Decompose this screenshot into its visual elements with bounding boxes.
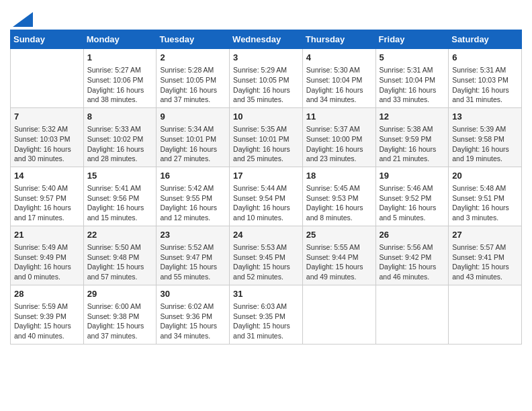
calendar-header-row: SundayMondayTuesdayWednesdayThursdayFrid… [11, 30, 522, 49]
day-number: 19 [380, 170, 445, 182]
day-number: 3 [233, 52, 299, 64]
day-info: Sunrise: 5:38 AMSunset: 9:59 PMDaylight:… [380, 124, 445, 164]
calendar-cell: 16Sunrise: 5:42 AMSunset: 9:55 PMDayligh… [157, 167, 230, 226]
day-number: 10 [233, 111, 299, 123]
day-info: Sunrise: 5:48 AMSunset: 9:51 PMDaylight:… [452, 183, 518, 223]
day-info: Sunrise: 5:59 AMSunset: 9:39 PMDaylight:… [14, 302, 80, 341]
calendar-cell: 3Sunrise: 5:29 AMSunset: 10:05 PMDayligh… [230, 49, 303, 108]
calendar-cell: 28Sunrise: 5:59 AMSunset: 9:39 PMDayligh… [11, 285, 84, 344]
calendar-cell: 24Sunrise: 5:53 AMSunset: 9:45 PMDayligh… [230, 226, 303, 285]
day-number: 24 [233, 229, 299, 241]
day-info: Sunrise: 5:53 AMSunset: 9:45 PMDaylight:… [233, 242, 299, 282]
calendar-cell: 22Sunrise: 5:50 AMSunset: 9:48 PMDayligh… [83, 226, 157, 285]
day-info: Sunrise: 6:02 AMSunset: 9:36 PMDaylight:… [160, 302, 226, 341]
day-info: Sunrise: 6:00 AMSunset: 9:38 PMDaylight:… [87, 302, 153, 341]
calendar-cell [375, 285, 449, 344]
day-info: Sunrise: 5:49 AMSunset: 9:49 PMDaylight:… [14, 242, 80, 282]
day-number: 31 [233, 288, 299, 300]
calendar-cell: 5Sunrise: 5:31 AMSunset: 10:04 PMDayligh… [375, 49, 449, 108]
day-number: 11 [306, 111, 372, 123]
day-info: Sunrise: 5:52 AMSunset: 9:47 PMDaylight:… [160, 242, 226, 282]
day-info: Sunrise: 5:55 AMSunset: 9:44 PMDaylight:… [306, 242, 372, 282]
calendar-cell [11, 49, 84, 108]
day-info: Sunrise: 5:29 AMSunset: 10:05 PMDaylight… [233, 65, 299, 105]
calendar-cell [302, 285, 375, 344]
logo-icon [13, 12, 33, 27]
day-number: 23 [160, 229, 226, 241]
calendar-cell: 4Sunrise: 5:30 AMSunset: 10:04 PMDayligh… [302, 49, 375, 108]
calendar-cell [449, 285, 522, 344]
day-info: Sunrise: 5:37 AMSunset: 10:00 PMDaylight… [306, 124, 372, 164]
day-info: Sunrise: 5:31 AMSunset: 10:04 PMDaylight… [380, 65, 445, 105]
day-number: 9 [160, 111, 226, 123]
calendar-week-row: 21Sunrise: 5:49 AMSunset: 9:49 PMDayligh… [11, 226, 522, 285]
day-info: Sunrise: 5:34 AMSunset: 10:01 PMDaylight… [160, 124, 226, 164]
calendar-cell: 23Sunrise: 5:52 AMSunset: 9:47 PMDayligh… [157, 226, 230, 285]
day-number: 22 [87, 229, 153, 241]
calendar-cell: 21Sunrise: 5:49 AMSunset: 9:49 PMDayligh… [11, 226, 84, 285]
header-cell-tuesday: Tuesday [157, 30, 230, 49]
calendar-cell: 2Sunrise: 5:28 AMSunset: 10:05 PMDayligh… [157, 49, 230, 108]
header-cell-friday: Friday [375, 30, 449, 49]
calendar-week-row: 28Sunrise: 5:59 AMSunset: 9:39 PMDayligh… [11, 285, 522, 344]
day-number: 5 [380, 52, 445, 64]
calendar-cell: 25Sunrise: 5:55 AMSunset: 9:44 PMDayligh… [302, 226, 375, 285]
day-number: 29 [87, 288, 153, 300]
day-info: Sunrise: 5:45 AMSunset: 9:53 PMDaylight:… [306, 183, 372, 223]
calendar-cell: 8Sunrise: 5:33 AMSunset: 10:02 PMDayligh… [83, 107, 157, 167]
day-number: 18 [306, 170, 372, 182]
calendar-cell: 9Sunrise: 5:34 AMSunset: 10:01 PMDayligh… [157, 107, 230, 167]
calendar-cell: 10Sunrise: 5:35 AMSunset: 10:01 PMDaylig… [230, 107, 303, 167]
calendar-cell: 11Sunrise: 5:37 AMSunset: 10:00 PMDaylig… [302, 107, 375, 167]
day-info: Sunrise: 6:03 AMSunset: 9:35 PMDaylight:… [233, 302, 299, 341]
header-cell-monday: Monday [83, 30, 157, 49]
day-number: 26 [380, 229, 445, 241]
day-info: Sunrise: 5:56 AMSunset: 9:42 PMDaylight:… [380, 242, 445, 282]
day-number: 15 [87, 170, 153, 182]
day-info: Sunrise: 5:35 AMSunset: 10:01 PMDaylight… [233, 124, 299, 164]
header-cell-wednesday: Wednesday [230, 30, 303, 49]
page-header [10, 7, 522, 27]
calendar-cell: 30Sunrise: 6:02 AMSunset: 9:36 PMDayligh… [157, 285, 230, 344]
day-number: 8 [87, 111, 153, 123]
calendar-cell: 13Sunrise: 5:39 AMSunset: 9:58 PMDayligh… [449, 107, 522, 167]
header-cell-sunday: Sunday [11, 30, 84, 49]
calendar-week-row: 7Sunrise: 5:32 AMSunset: 10:03 PMDayligh… [11, 107, 522, 167]
day-info: Sunrise: 5:28 AMSunset: 10:05 PMDaylight… [160, 65, 226, 105]
day-info: Sunrise: 5:40 AMSunset: 9:57 PMDaylight:… [14, 183, 80, 223]
day-number: 17 [233, 170, 299, 182]
calendar-cell: 20Sunrise: 5:48 AMSunset: 9:51 PMDayligh… [449, 167, 522, 226]
day-number: 13 [452, 111, 518, 123]
header-cell-thursday: Thursday [302, 30, 375, 49]
day-number: 4 [306, 52, 372, 64]
calendar-cell: 12Sunrise: 5:38 AMSunset: 9:59 PMDayligh… [375, 107, 449, 167]
day-number: 27 [452, 229, 518, 241]
day-number: 30 [160, 288, 226, 300]
calendar-cell: 1Sunrise: 5:27 AMSunset: 10:06 PMDayligh… [83, 49, 157, 108]
calendar-cell: 6Sunrise: 5:31 AMSunset: 10:03 PMDayligh… [449, 49, 522, 108]
day-info: Sunrise: 5:46 AMSunset: 9:52 PMDaylight:… [380, 183, 445, 223]
day-number: 2 [160, 52, 226, 64]
logo [10, 11, 33, 27]
day-number: 7 [14, 111, 80, 123]
calendar-cell: 29Sunrise: 6:00 AMSunset: 9:38 PMDayligh… [83, 285, 157, 344]
day-number: 12 [380, 111, 445, 123]
day-number: 20 [452, 170, 518, 182]
calendar-week-row: 1Sunrise: 5:27 AMSunset: 10:06 PMDayligh… [11, 49, 522, 108]
day-number: 1 [87, 52, 153, 64]
day-number: 28 [14, 288, 80, 300]
day-number: 25 [306, 229, 372, 241]
calendar-cell: 31Sunrise: 6:03 AMSunset: 9:35 PMDayligh… [230, 285, 303, 344]
day-info: Sunrise: 5:44 AMSunset: 9:54 PMDaylight:… [233, 183, 299, 223]
calendar-cell: 27Sunrise: 5:57 AMSunset: 9:41 PMDayligh… [449, 226, 522, 285]
day-number: 16 [160, 170, 226, 182]
day-number: 6 [452, 52, 518, 64]
day-info: Sunrise: 5:50 AMSunset: 9:48 PMDaylight:… [87, 242, 153, 282]
day-info: Sunrise: 5:33 AMSunset: 10:02 PMDaylight… [87, 124, 153, 164]
calendar-cell: 14Sunrise: 5:40 AMSunset: 9:57 PMDayligh… [11, 167, 84, 226]
calendar-cell: 19Sunrise: 5:46 AMSunset: 9:52 PMDayligh… [375, 167, 449, 226]
day-info: Sunrise: 5:42 AMSunset: 9:55 PMDaylight:… [160, 183, 226, 223]
calendar-week-row: 14Sunrise: 5:40 AMSunset: 9:57 PMDayligh… [11, 167, 522, 226]
calendar-cell: 18Sunrise: 5:45 AMSunset: 9:53 PMDayligh… [302, 167, 375, 226]
day-info: Sunrise: 5:27 AMSunset: 10:06 PMDaylight… [87, 65, 153, 105]
